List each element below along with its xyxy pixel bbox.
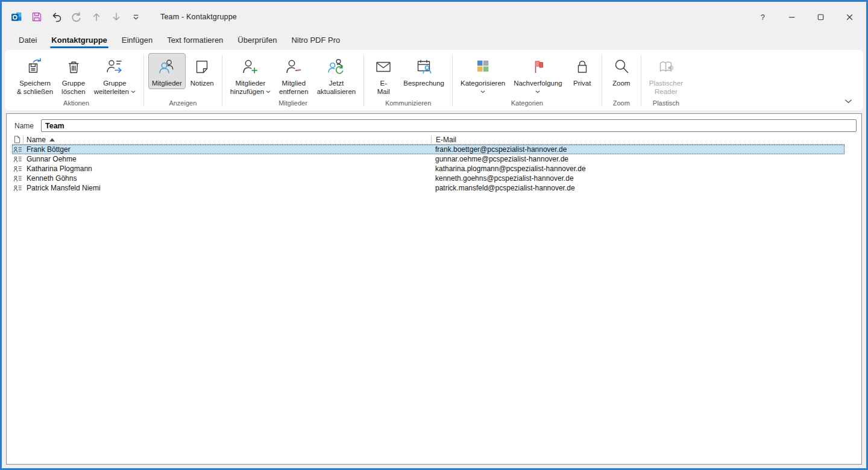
group-name-input[interactable] [41,119,857,132]
ribbon: Speichern& schließenGruppelöschenGruppew… [5,50,863,110]
add-member-icon [241,57,260,77]
add-members-button[interactable]: Mitgliederhinzufügen [227,53,274,98]
categorize-icon [473,57,492,77]
save-floppy-icon [31,11,42,22]
member-row[interactable]: Gunnar Oehmegunnar.oehme@pcspezialist-ha… [12,154,844,164]
zoom-icon [612,57,631,77]
chevron-down-icon [131,90,136,93]
group-label-kategorien: Kategorien [457,99,597,110]
remove-member-button[interactable]: Mitgliedentfernen [275,53,312,98]
member-email: patrick.mansfeld@pcspezialist-hannover.d… [431,184,844,192]
member-row[interactable]: Frank Böttgerfrank.boettger@pcspezialist… [12,145,844,154]
window-controls: ? [753,8,859,25]
tab-kontaktgruppe[interactable]: Kontaktgruppe [44,31,114,49]
member-name: Katharina Plogmann [24,164,431,173]
tab-nitro-pdf-pro[interactable]: Nitro PDF Pro [284,31,347,49]
tab-einfügen[interactable]: Einfügen [115,31,160,49]
save-close-button[interactable]: Speichern& schließen [13,53,57,98]
item-type-column-header[interactable] [12,136,23,143]
move-up-button[interactable] [89,10,104,25]
save-close-icon [25,57,45,77]
undo-button[interactable] [49,10,64,25]
ribbon-group-kommunizieren: E-MailBesprechungKommunizieren [368,53,448,110]
outlook-logo-icon [11,11,22,23]
collapse-ribbon-button[interactable] [841,96,855,106]
tab-überprüfen[interactable]: Überprüfen [230,31,284,49]
undo-arrow-icon [51,11,62,23]
member-name: Patrick Mansfeld Niemi [24,184,431,192]
contact-card-icon [13,166,22,172]
categorize-button[interactable]: Kategorisieren [457,53,509,98]
save-button[interactable] [29,10,44,25]
show-members-button[interactable]: Mitglieder [148,53,186,89]
ribbon-group-zoom: ZoomZoom [606,53,637,110]
close-button[interactable] [840,8,859,25]
group-divider [452,55,453,106]
redo-button[interactable] [69,10,84,25]
minimize-button[interactable] [782,8,801,25]
zoom-button[interactable]: Zoom [606,53,637,89]
member-name: Kenneth Göhns [24,174,431,183]
member-email: katharina.plogmann@pcspezialist-hannover… [431,164,844,173]
document-icon [14,136,20,143]
customize-qat-button[interactable] [128,10,143,25]
group-name-label: Name [14,122,41,130]
member-email: gunnar.oehme@pcspezialist-hannover.de [431,155,844,163]
follow-up-icon [528,57,547,77]
members-icon [157,57,177,77]
follow-up-button[interactable]: Nachverfolgung [510,53,566,98]
meeting-button[interactable]: Besprechung [400,53,448,89]
ribbon-group-plastisch: PlastischerReaderPlastisch [646,53,687,110]
window-title: Team - Kontaktgruppe [160,13,237,21]
member-row[interactable]: Patrick Mansfeld Niemipatrick.mansfeld@p… [12,183,844,193]
ribbon-group-kategorien: KategorisierenNachverfolgungPrivatKatego… [457,53,597,110]
notes-icon [192,57,212,77]
chevron-down-icon [266,90,271,93]
email-button[interactable]: E-Mail [368,53,398,98]
group-label-plastisch: Plastisch [646,99,687,110]
move-down-button[interactable] [108,10,124,25]
member-list-header[interactable]: Name E-Mail [12,135,844,145]
email-column-header[interactable]: E-Mail [432,136,844,144]
group-label-aktionen: Aktionen [13,99,139,110]
member-row[interactable]: Katharina Plogmannkatharina.plogmann@pcs… [12,164,844,174]
private-button[interactable]: Privat [567,53,597,89]
maximize-button[interactable] [811,8,830,25]
update-now-button[interactable]: Jetztaktualisieren [313,53,360,98]
group-divider [602,55,602,106]
group-divider [363,55,364,106]
ribbon-group-mitglieder: MitgliederhinzufügenMitgliedentfernenJet… [227,53,359,110]
down-arrow-icon [111,11,122,22]
delete-group-button[interactable]: Gruppelöschen [58,53,89,98]
member-email: kenneth.goehns@pcspezialist-hannover.de [431,174,844,183]
delete-group-icon [64,57,83,77]
group-divider [641,55,641,106]
group-label-mitglieder: Mitglieder [227,99,359,110]
title-bar: Team - Kontaktgruppe ? [2,2,866,30]
redo-arrow-icon [71,11,82,23]
group-label-zoom: Zoom [606,99,637,110]
name-column-header[interactable]: Name [24,136,431,144]
member-row[interactable]: Kenneth Göhnskenneth.goehns@pcspezialist… [12,174,844,183]
remove-member-icon [284,57,303,77]
member-rows: Frank Böttgerfrank.boettger@pcspezialist… [12,145,844,193]
chevron-down-icon [480,90,485,93]
tab-text-formatieren[interactable]: Text formatieren [160,31,230,49]
chevron-down-icon [535,90,540,93]
immersive-reader-button: PlastischerReader [646,53,687,98]
ribbon-tab-bar: DateiKontaktgruppeEinfügenText formatier… [2,30,866,50]
close-icon [844,12,855,22]
tab-datei[interactable]: Datei [11,31,44,49]
show-notes-button[interactable]: Notizen [187,53,218,89]
contact-group-window: Team - Kontaktgruppe ? DateiKontaktgrupp… [0,0,868,470]
contact-group-form: Name Name E-Mail [6,113,862,465]
email-icon [374,57,393,77]
group-label-kommunizieren: Kommunizieren [368,99,448,110]
help-icon: ? [758,12,768,22]
forward-group-button[interactable]: Gruppeweiterleiten [90,53,139,98]
outlook-app-icon [9,10,24,25]
ribbon-group-aktionen: Speichern& schließenGruppelöschenGruppew… [13,53,139,110]
minimize-icon [787,12,797,22]
meeting-icon [414,57,433,77]
help-button[interactable]: ? [753,8,772,25]
